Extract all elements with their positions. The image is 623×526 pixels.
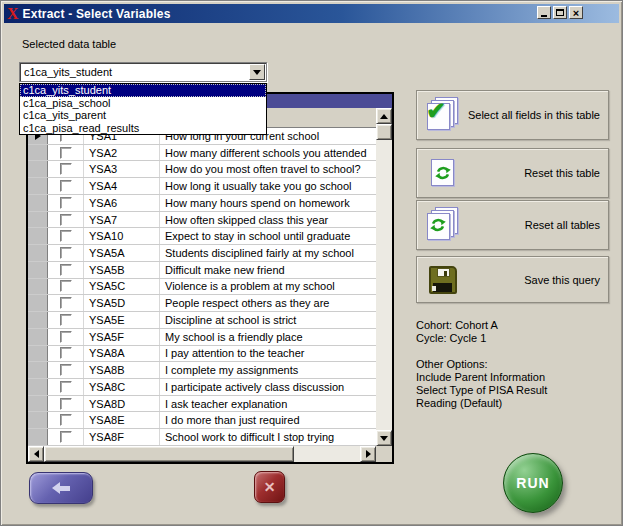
row-checkbox-cell[interactable] <box>48 178 84 194</box>
vertical-scrollbar[interactable] <box>376 108 392 446</box>
row-checkbox-cell[interactable] <box>48 295 84 311</box>
row-selector-cell[interactable] <box>28 195 48 211</box>
cancel-button[interactable]: ✕ <box>254 471 285 503</box>
vertical-scrollbar-thumb[interactable] <box>376 124 392 140</box>
row-checkbox-cell[interactable] <box>48 279 84 295</box>
maximize-button[interactable] <box>553 6 567 19</box>
row-selector-cell[interactable] <box>28 145 48 161</box>
row-checkbox-cell[interactable] <box>48 312 84 328</box>
row-checkbox[interactable] <box>60 147 72 159</box>
row-selector-cell[interactable] <box>28 161 48 177</box>
row-selector-cell[interactable] <box>28 346 48 362</box>
row-selector-cell[interactable] <box>28 228 48 244</box>
back-button[interactable] <box>29 472 93 504</box>
row-selector-cell[interactable] <box>28 379 48 395</box>
titlebar[interactable]: X Extract - Select Variables × <box>4 4 619 23</box>
table-row[interactable]: YSA4 How long it usually take you go sch… <box>28 178 376 195</box>
horizontal-scrollbar[interactable] <box>28 446 376 462</box>
reset-this-table-button[interactable]: Reset this table <box>416 148 609 198</box>
table-row[interactable]: YSA5D People respect others as they are <box>28 295 376 312</box>
row-checkbox[interactable] <box>60 431 72 443</box>
table-row[interactable]: YSA8B I complete my assignments <box>28 362 376 379</box>
row-checkbox[interactable] <box>60 297 72 309</box>
row-checkbox-cell[interactable] <box>48 329 84 345</box>
data-table-combobox[interactable]: c1ca_yits_student <box>19 62 267 82</box>
row-checkbox-cell[interactable] <box>48 396 84 412</box>
table-row[interactable]: YSA7 How often skipped class this year <box>28 212 376 229</box>
row-checkbox-cell[interactable] <box>48 379 84 395</box>
table-row[interactable]: YSA6 How many hours spend on homework <box>28 195 376 212</box>
row-checkbox[interactable] <box>60 314 72 326</box>
table-row[interactable]: YSA2 How many different schools you atte… <box>28 145 376 162</box>
row-selector-cell[interactable] <box>28 262 48 278</box>
row-selector-cell[interactable] <box>28 245 48 261</box>
row-selector-cell[interactable] <box>28 312 48 328</box>
scroll-left-button[interactable] <box>28 446 44 462</box>
row-checkbox[interactable] <box>60 347 72 359</box>
row-selector-cell[interactable] <box>28 429 48 445</box>
row-checkbox-cell[interactable] <box>48 429 84 445</box>
row-checkbox-cell[interactable] <box>48 212 84 228</box>
close-button[interactable]: × <box>569 6 583 19</box>
row-checkbox[interactable] <box>60 247 72 259</box>
table-row[interactable]: YSA8E I do more than just required <box>28 412 376 429</box>
row-checkbox[interactable] <box>60 163 72 175</box>
table-row[interactable]: YSA8D I ask teacher explanation <box>28 396 376 413</box>
table-row[interactable]: YSA5B Difficult make new friend <box>28 262 376 279</box>
dropdown-option[interactable]: c1ca_yits_parent <box>20 109 266 122</box>
row-checkbox[interactable] <box>60 364 72 376</box>
row-checkbox-cell[interactable] <box>48 262 84 278</box>
row-checkbox[interactable] <box>60 280 72 292</box>
row-checkbox[interactable] <box>60 214 72 226</box>
row-selector-cell[interactable] <box>28 212 48 228</box>
row-selector-cell[interactable] <box>28 178 48 194</box>
table-row[interactable]: YSA8F School work to difficult I stop tr… <box>28 429 376 446</box>
row-selector-cell[interactable] <box>28 329 48 345</box>
vertical-scrollbar-track[interactable] <box>376 140 392 430</box>
table-row[interactable]: YSA8C I participate actively class discu… <box>28 379 376 396</box>
pages-check-icon: ✔ <box>426 97 462 133</box>
dropdown-option[interactable]: c1ca_pisa_read_results <box>20 122 266 135</box>
row-checkbox[interactable] <box>60 180 72 192</box>
row-checkbox-cell[interactable] <box>48 195 84 211</box>
combobox-dropdown-button[interactable] <box>249 64 265 80</box>
minimize-button[interactable] <box>537 6 551 19</box>
row-checkbox[interactable] <box>60 331 72 343</box>
scroll-up-button[interactable] <box>376 108 392 124</box>
table-row[interactable]: YSA5C Violence is a problem at my school <box>28 279 376 296</box>
dropdown-option[interactable]: c1ca_yits_student <box>20 84 266 97</box>
row-checkbox[interactable] <box>60 264 72 276</box>
row-checkbox-cell[interactable] <box>48 161 84 177</box>
row-checkbox[interactable] <box>60 414 72 426</box>
reset-all-tables-button[interactable]: Reset all tables <box>416 200 609 250</box>
run-button[interactable]: RUN <box>503 453 563 513</box>
row-selector-cell[interactable] <box>28 396 48 412</box>
table-row[interactable]: YSA5A Students disciplined fairly at my … <box>28 245 376 262</box>
select-all-fields-button[interactable]: ✔ Select all fields in this table <box>416 90 609 140</box>
row-checkbox-cell[interactable] <box>48 245 84 261</box>
scroll-down-button[interactable] <box>376 430 392 446</box>
row-checkbox[interactable] <box>60 197 72 209</box>
horizontal-scrollbar-track[interactable] <box>294 446 360 462</box>
table-row[interactable]: YSA5E Discipline at school is strict <box>28 312 376 329</box>
row-selector-cell[interactable] <box>28 362 48 378</box>
row-selector-cell[interactable] <box>28 279 48 295</box>
row-selector-cell[interactable] <box>28 295 48 311</box>
table-row[interactable]: YSA10 Expect to stay in school until gra… <box>28 228 376 245</box>
row-checkbox-cell[interactable] <box>48 362 84 378</box>
save-query-button[interactable]: Save this query <box>416 256 609 303</box>
scroll-right-button[interactable] <box>360 446 376 462</box>
row-checkbox-cell[interactable] <box>48 228 84 244</box>
table-row[interactable]: YSA5F My school is a friendly place <box>28 329 376 346</box>
row-checkbox[interactable] <box>60 398 72 410</box>
row-checkbox-cell[interactable] <box>48 412 84 428</box>
horizontal-scrollbar-thumb[interactable] <box>44 446 294 462</box>
row-checkbox[interactable] <box>60 381 72 393</box>
row-checkbox-cell[interactable] <box>48 145 84 161</box>
table-row[interactable]: YSA8A I pay attention to the teacher <box>28 346 376 363</box>
table-row[interactable]: YSA3 How do you most often travel to sch… <box>28 161 376 178</box>
row-selector-cell[interactable] <box>28 412 48 428</box>
row-checkbox[interactable] <box>60 230 72 242</box>
dropdown-option[interactable]: c1ca_pisa_school <box>20 97 266 110</box>
row-checkbox-cell[interactable] <box>48 346 84 362</box>
